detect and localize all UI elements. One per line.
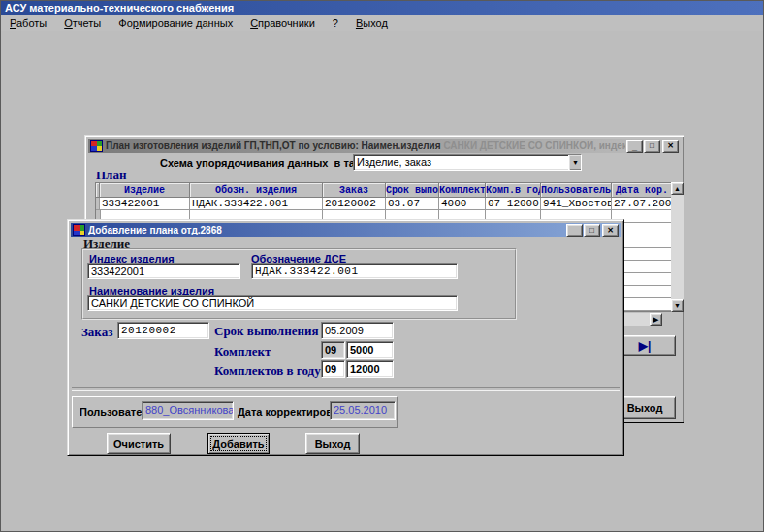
date-field: 25.05.2010 [330, 401, 396, 420]
app-icon [73, 224, 85, 236]
column-header-izdelie: Изделие [100, 183, 190, 198]
menu-item-help[interactable]: ? [324, 16, 347, 30]
menu-item-references[interactable]: Справочники [241, 16, 324, 30]
date-label: Дата корректировки [238, 406, 344, 418]
table-header-row: Изделие Обозн. изделия Заказ Срок выполн… [96, 183, 672, 198]
cell-data-kor: 27.07.2007 [612, 198, 672, 210]
cell-komplekt: 4000 [439, 198, 486, 210]
cell-izdelie: 333422001 [100, 198, 190, 210]
column-header-srok: Срок выполн [386, 183, 439, 198]
cell-polzovatel: 941_Хвостова А [541, 198, 612, 210]
menu-item-exit[interactable]: Выход [347, 16, 397, 30]
column-header-polzovatel: Пользователь [541, 183, 612, 198]
kit-qty-field[interactable]: 5000 [346, 341, 394, 359]
close-button[interactable]: ✕ [602, 224, 619, 237]
cell-srok: 03.07 [386, 198, 439, 210]
divider [72, 387, 620, 391]
minimize-button[interactable]: _ [626, 140, 643, 153]
minimize-button[interactable]: _ [566, 224, 583, 237]
scroll-up-button[interactable]: ▲ [671, 182, 684, 195]
user-field: 880_Овсянникова Е [142, 401, 234, 420]
order-field[interactable]: 20120002 [117, 322, 209, 339]
clear-button[interactable]: Очистить [107, 433, 171, 454]
maximize-icon: □ [589, 226, 594, 235]
product-groupbox: Индекс изделия 333422001 Обозначение ДСЕ… [81, 248, 517, 320]
scroll-down-icon: ▼ [674, 300, 681, 311]
scroll-right-icon: ▶ [653, 314, 658, 325]
minimize-icon: _ [572, 227, 577, 236]
maximize-button[interactable]: □ [644, 140, 660, 153]
dse-field[interactable]: НДАК.333422.001 [251, 263, 458, 279]
order-label: Заказ [81, 325, 112, 340]
index-field[interactable]: 333422001 [87, 263, 240, 279]
column-header-data-kor: Дата кор. [612, 183, 672, 198]
close-icon: ✕ [667, 141, 674, 151]
column-header-komp-v-god: Комп.в год [486, 183, 541, 198]
scheme-combobox[interactable]: Изделие, заказ ▼ [353, 154, 582, 171]
add-plan-dialog: Добавление плана отд.2868 _ □ ✕ Изделие … [67, 219, 624, 456]
cell-oboznachenie: НДАК.333422.001 [190, 198, 323, 210]
vertical-scrollbar[interactable]: ▲ ▼ [671, 182, 684, 312]
kits-year-code-field[interactable]: 09 [321, 360, 345, 378]
table-row[interactable]: 333422001 НДАК.333422.001 20120002 03.07… [96, 198, 672, 210]
maximize-button[interactable]: □ [584, 224, 600, 237]
kits-year-qty-field[interactable]: 12000 [346, 360, 394, 378]
add-button[interactable]: Добавить [207, 433, 270, 454]
name-field[interactable]: САНКИ ДЕТСКИЕ СО СПИНКОЙ [87, 295, 458, 311]
close-button[interactable]: ✕ [662, 140, 679, 153]
plan-window-title: План изготовления изделий ГП,ТНП,ОТ по у… [106, 141, 625, 151]
column-header-zakaz: Заказ [323, 183, 386, 198]
dialog-titlebar: Добавление плана отд.2868 _ □ ✕ [71, 223, 621, 237]
column-header-oboznachenie: Обозн. изделия [190, 183, 323, 198]
plan-section-label: План [96, 168, 126, 183]
cell-zakaz: 20120002 [323, 198, 386, 210]
due-label: Срок выполнения [214, 324, 318, 339]
kit-code-field: 09 [321, 341, 345, 359]
maximize-icon: □ [650, 141, 654, 151]
menu-item-reports[interactable]: Отчеты [55, 16, 110, 30]
menu-item-works[interactable]: Работы [1, 16, 55, 30]
dialog-title: Добавление плана отд.2868 [88, 225, 565, 235]
scroll-up-icon: ▲ [674, 183, 681, 194]
cell-komp-v-god: 07 12000 [486, 198, 541, 210]
user-panel: Пользователь 880_Овсянникова Е Дата корр… [72, 396, 398, 428]
menu-item-data-forming[interactable]: Формирование данных [110, 16, 241, 30]
application-window: { "colors": { "active_titlebar_left": "#… [0, 0, 764, 532]
app-icon [90, 140, 103, 152]
last-record-icon: ▶| [639, 339, 652, 353]
close-icon: ✕ [607, 226, 614, 235]
due-field[interactable]: 05.2009 [321, 322, 394, 339]
plan-window-titlebar: План изготовления изделий ГП,ТНП,ОТ по у… [88, 139, 681, 153]
kits-year-label: Комплектов в году [214, 363, 321, 379]
minimize-icon: _ [632, 142, 637, 152]
scheme-combobox-value: Изделие, заказ [357, 155, 568, 170]
dialog-exit-button[interactable]: Выход [305, 433, 360, 454]
dropdown-arrow-icon: ▼ [572, 159, 579, 166]
menu-bar: Работы Отчеты Формирование данных Справо… [1, 15, 763, 31]
dropdown-button[interactable]: ▼ [568, 154, 582, 171]
kit-label: Комплект [214, 344, 271, 360]
main-window-title: АСУ материально-технического снабжения [5, 2, 234, 14]
column-header-komplekt: Комплект [439, 183, 486, 198]
scroll-right-button[interactable]: ▶ [650, 313, 662, 326]
main-window-titlebar: АСУ материально-технического снабжения [1, 1, 763, 15]
scroll-down-button[interactable]: ▼ [671, 299, 684, 312]
